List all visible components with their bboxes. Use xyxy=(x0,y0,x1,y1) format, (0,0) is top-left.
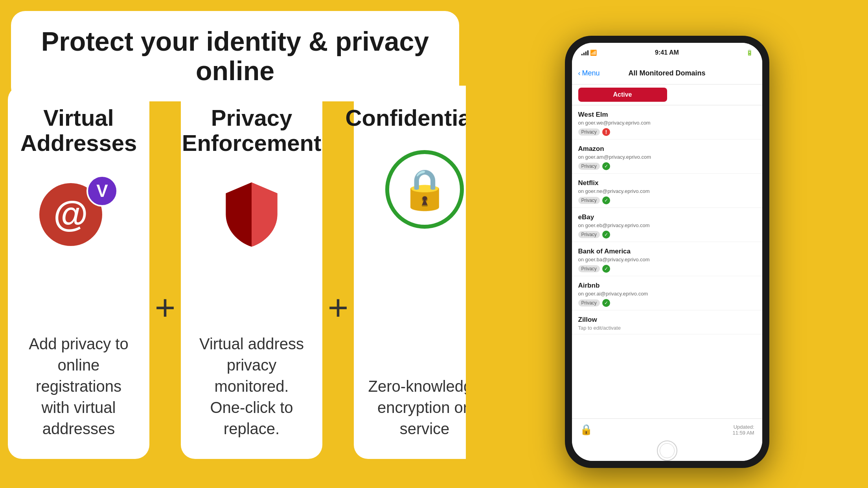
signal-bar-2 xyxy=(583,53,585,55)
domain-name: Bank of America xyxy=(578,248,756,255)
domain-email: on goer.ba@privacy.eprivo.com xyxy=(578,257,756,262)
updated-time: 11:59 AM xyxy=(733,430,754,436)
phone-nav-bar: ‹ Menu All Monitored Domains xyxy=(572,62,762,84)
main-left-section: Protect your identity & privacy online V… xyxy=(0,0,466,488)
virtual-address-icon: @ V xyxy=(39,175,118,254)
domain-email: on goer.we@privacy.eprivo.com xyxy=(578,120,756,126)
feature-card-virtual-addresses: VirtualAddresses @ V Add privacy to onli… xyxy=(8,86,149,459)
domain-name: Netflix xyxy=(578,179,756,187)
card1-title: VirtualAddresses xyxy=(20,105,137,156)
privacy-badge: Privacy xyxy=(578,299,600,306)
signal-bar-4 xyxy=(587,50,588,55)
domain-email: on goer.eb@privacy.eprivo.com xyxy=(578,222,756,228)
signal-bar-1 xyxy=(581,54,583,55)
domain-badges: Privacy ! xyxy=(578,128,756,136)
phone-device: 📶 9:41 AM 🔋 ‹ Menu All Monitored Domains… xyxy=(565,36,769,468)
at-symbol: @ xyxy=(53,194,88,235)
phone-screen: 📶 9:41 AM 🔋 ‹ Menu All Monitored Domains… xyxy=(572,43,762,461)
updated-label: Updated: xyxy=(734,424,754,430)
phone-footer: 🔒 Updated: 11:59 AM xyxy=(572,418,762,440)
list-item[interactable]: Zillow Tap to edit/activate xyxy=(572,310,762,334)
v-badge: V xyxy=(86,175,118,207)
battery-icon: 🔋 xyxy=(746,50,753,56)
wifi-icon: 📶 xyxy=(590,50,597,56)
card2-title: PrivacyEnforcement xyxy=(182,105,322,156)
nav-title: All Monitored Domains xyxy=(628,69,705,77)
domain-badges: Privacy ✓ xyxy=(578,299,756,307)
lock-footer-icon: 🔒 xyxy=(580,424,592,436)
segment-inactive[interactable] xyxy=(667,88,756,102)
header-title: Protect your identity & privacy online xyxy=(35,27,436,86)
domain-name: Airbnb xyxy=(578,282,756,290)
plus-sign-2: + xyxy=(322,288,354,328)
list-item[interactable]: eBay on goer.eb@privacy.eprivo.com Priva… xyxy=(572,208,762,242)
back-button[interactable]: ‹ Menu xyxy=(578,69,600,77)
segment-active-label: Active xyxy=(613,91,632,98)
ok-badge: ✓ xyxy=(602,299,610,307)
list-item[interactable]: Amazon on goer.am@privacy.eprivo.com Pri… xyxy=(572,139,762,174)
back-label: Menu xyxy=(582,69,600,77)
shield-icon xyxy=(216,179,287,250)
privacy-badge: Privacy xyxy=(578,197,600,204)
ok-badge: ✓ xyxy=(602,196,610,204)
domain-badges: Privacy ✓ xyxy=(578,162,756,170)
updated-info: Updated: 11:59 AM xyxy=(733,424,754,436)
signal-bars xyxy=(581,50,588,55)
home-button[interactable] xyxy=(657,440,677,461)
card1-description: Add privacy to online registrations with… xyxy=(22,333,135,439)
domain-email: on goer.am@privacy.eprivo.com xyxy=(578,154,756,160)
list-item[interactable]: Airbnb on goer.ai@privacy.eprivo.com Pri… xyxy=(572,276,762,310)
list-item[interactable]: Bank of America on goer.ba@privacy.epriv… xyxy=(572,242,762,276)
privacy-badge: Privacy xyxy=(578,128,600,136)
domain-tap-hint: Tap to edit/activate xyxy=(578,325,756,331)
card3-icon-area: 🔒 xyxy=(381,146,468,233)
phone-home-bar xyxy=(572,440,762,461)
privacy-badge: Privacy xyxy=(578,163,600,170)
privacy-badge: Privacy xyxy=(578,265,600,272)
battery-area: 🔋 xyxy=(746,50,753,56)
ok-badge: ✓ xyxy=(602,231,610,238)
feature-cards-row: VirtualAddresses @ V Add privacy to onli… xyxy=(8,86,464,459)
lock-circle: 🔒 xyxy=(385,150,464,229)
card1-icon-area: @ V xyxy=(35,171,122,258)
domain-badges: Privacy ✓ xyxy=(578,231,756,238)
feature-card-privacy-enforcement: PrivacyEnforcement Virtual address priva… xyxy=(181,86,322,459)
domain-name: eBay xyxy=(578,213,756,221)
lock-icon: 🔒 xyxy=(400,166,449,213)
phone-section: 📶 9:41 AM 🔋 ‹ Menu All Monitored Domains… xyxy=(466,0,868,488)
domain-name: Amazon xyxy=(578,145,756,153)
segment-active[interactable]: Active xyxy=(578,88,667,102)
card2-description: Virtual address privacy monitored. One-c… xyxy=(195,333,308,439)
ok-badge: ✓ xyxy=(602,162,610,170)
domain-email: on goer.ai@privacy.eprivo.com xyxy=(578,291,756,297)
domain-name: West Elm xyxy=(578,111,756,119)
list-item[interactable]: West Elm on goer.we@privacy.eprivo.com P… xyxy=(572,105,762,139)
domain-badges: Privacy ✓ xyxy=(578,196,756,204)
plus-sign-1: + xyxy=(149,288,181,328)
v-letter: V xyxy=(96,181,108,201)
alert-badge: ! xyxy=(602,128,610,136)
signal-area: 📶 xyxy=(581,50,597,56)
list-item[interactable]: Netflix on goer.ne@privacy.eprivo.com Pr… xyxy=(572,174,762,208)
status-time: 9:41 AM xyxy=(655,49,679,56)
phone-status-bar: 📶 9:41 AM 🔋 xyxy=(572,43,762,62)
back-chevron-icon: ‹ xyxy=(578,69,581,77)
privacy-badge: Privacy xyxy=(578,231,600,238)
domain-list: West Elm on goer.we@privacy.eprivo.com P… xyxy=(572,105,762,418)
domain-email: on goer.ne@privacy.eprivo.com xyxy=(578,188,756,194)
segment-control: Active xyxy=(572,84,762,105)
card3-description: Zero-knowledge encryption on service xyxy=(368,376,481,439)
ok-badge: ✓ xyxy=(602,265,610,273)
domain-badges: Privacy ✓ xyxy=(578,265,756,273)
card2-icon-area xyxy=(208,171,295,258)
domain-name: Zillow xyxy=(578,316,756,324)
signal-bar-3 xyxy=(585,51,587,55)
home-button-inner xyxy=(660,443,675,458)
